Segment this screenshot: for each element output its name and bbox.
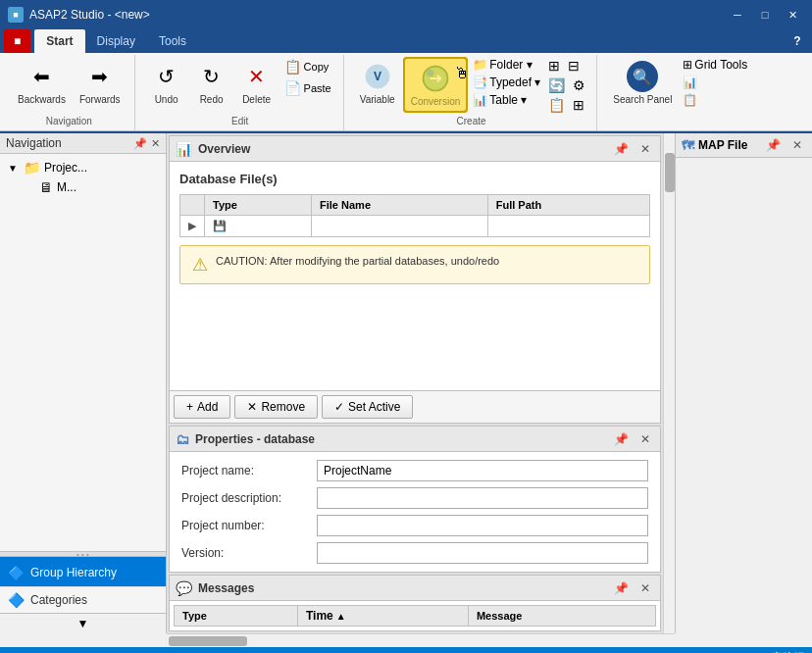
extra-btn-5[interactable]: 📋 — [545, 96, 568, 114]
scroll-down-icon: ▼ — [77, 617, 89, 630]
horizontal-scrollbar[interactable] — [167, 633, 675, 647]
msg-col-time[interactable]: Time ▲ — [298, 606, 469, 627]
paste-icon: 📄 — [284, 80, 301, 96]
col-type-header: Type — [205, 195, 312, 216]
overview-pin-btn[interactable]: 📌 — [610, 140, 633, 158]
table-button[interactable]: 📊 Table ▾ — [470, 92, 543, 108]
project-number-input[interactable] — [317, 515, 648, 536]
search-panel-button[interactable]: 🔍 Search Panel — [607, 57, 678, 109]
remove-button[interactable]: ✕ Remove — [234, 395, 318, 419]
copy-icon: 📋 — [284, 59, 301, 75]
tree-item-project[interactable]: ▼ 📁 Projec... — [4, 158, 162, 177]
redo-button[interactable]: ↻ Redo — [190, 57, 233, 109]
redo-icon: ↻ — [196, 61, 228, 92]
typedef-icon: 📑 — [473, 75, 487, 89]
typedef-button[interactable]: 📑 Typedef ▾ — [470, 75, 543, 90]
nav-pin-icon[interactable]: 📌 — [133, 137, 147, 150]
project-description-input[interactable] — [317, 487, 648, 509]
group-hierarchy-tab[interactable]: 🔷 Group Hierarchy — [0, 559, 166, 586]
undo-button[interactable]: ↺ Undo — [145, 57, 188, 109]
messages-close-btn[interactable]: ✕ — [636, 579, 654, 597]
sidebar-bottom: 🔷 Group Hierarchy 🔷 Categories ▼ — [0, 557, 166, 633]
forwards-label: Forwards — [79, 94, 121, 105]
extra-btn-4[interactable]: ⚙ — [570, 76, 588, 94]
map-file-content — [676, 158, 812, 633]
categories-item[interactable]: 🔷 Categories — [0, 586, 166, 613]
grid-tool-3[interactable]: 📋 — [680, 92, 750, 108]
prop-row-number: Project number: — [181, 515, 648, 536]
grid-tool-2[interactable]: 📊 — [680, 75, 750, 90]
app-menu-button[interactable]: ■ — [4, 29, 30, 53]
tab-display[interactable]: Display — [85, 29, 147, 53]
help-button[interactable]: ? — [787, 30, 808, 52]
maximize-button[interactable]: □ — [753, 5, 777, 25]
grid-icon-3: 📋 — [683, 93, 697, 107]
props-close-btn[interactable]: ✕ — [636, 430, 654, 448]
tree-item-m[interactable]: 🖥 M... — [20, 177, 162, 197]
project-label: Projec... — [44, 161, 87, 175]
create-right-col: 📁 Folder ▾ 📑 Typedef ▾ 📊 Table ▾ — [470, 57, 543, 108]
add-button[interactable]: + Add — [174, 395, 230, 419]
backwards-label: Backwards — [18, 94, 66, 105]
table-row[interactable]: ▶ 💾 — [180, 216, 650, 237]
messages-pin-btn[interactable]: 📌 — [610, 579, 633, 597]
folder-label: Folder ▾ — [489, 58, 532, 72]
sidebar-scroll-down[interactable]: ▼ — [0, 613, 166, 633]
variable-button[interactable]: V Variable — [354, 57, 401, 109]
messages-table: Type Time ▲ Message — [174, 605, 656, 627]
tab-tools[interactable]: Tools — [147, 29, 198, 53]
props-pin-btn[interactable]: 📌 — [610, 430, 633, 448]
overview-scrollbar[interactable] — [663, 133, 675, 633]
delete-icon: ✕ — [241, 61, 273, 92]
typedef-label: Typedef ▾ — [489, 75, 540, 89]
nav-panel-icons: 📌 ✕ — [133, 137, 160, 150]
set-active-button[interactable]: ✓ Set Active — [322, 395, 413, 419]
forwards-button[interactable]: ➡ Forwards — [74, 57, 127, 109]
overview-close-btn[interactable]: ✕ — [636, 140, 654, 158]
overview-content: Database File(s) Type File Name Full Pat… — [170, 162, 660, 390]
conversion-label: Conversion — [411, 96, 461, 107]
backwards-button[interactable]: ⬅ Backwards — [12, 57, 72, 109]
nav-close-icon[interactable]: ✕ — [151, 137, 160, 150]
extra-btn-3[interactable]: 🔄 — [545, 76, 568, 94]
db-files-table: Type File Name Full Path ▶ 💾 — [179, 194, 650, 237]
group-hierarchy-icon: 🔷 — [8, 565, 25, 580]
navigation-title: Navigation — [6, 136, 62, 150]
extra-btn-2[interactable]: ⊟ — [565, 57, 583, 75]
caution-icon: ⚠ — [192, 254, 208, 276]
messages-content: Type Time ▲ Message — [170, 601, 660, 630]
map-file-close-btn[interactable]: ✕ — [788, 136, 806, 154]
extra-btn-1[interactable]: ⊞ — [545, 57, 563, 75]
messages-actions: 📌 ✕ — [610, 579, 654, 597]
map-file-pin-btn[interactable]: 📌 — [762, 136, 785, 154]
properties-icon: 🗂 — [176, 431, 189, 447]
messages-title: 💬 Messages — [176, 580, 254, 596]
add-icon: + — [186, 400, 193, 414]
search-panel-label: Search Panel — [613, 94, 672, 105]
sort-asc-icon: ▲ — [336, 611, 346, 622]
close-button[interactable]: ✕ — [781, 5, 804, 25]
messages-header: 💬 Messages 📌 ✕ — [170, 576, 660, 601]
folder-button[interactable]: 📁 Folder ▾ — [470, 57, 543, 73]
filename-cell — [312, 216, 488, 237]
set-active-label: Set Active — [348, 400, 400, 414]
scrollbar-thumb[interactable] — [665, 153, 675, 192]
navigation-buttons: ⬅ Backwards ➡ Forwards — [12, 57, 127, 114]
grid-tool-1[interactable]: ⊞ Grid Tools — [680, 57, 750, 73]
version-input[interactable] — [317, 542, 648, 564]
grid-icon-2: 📊 — [683, 75, 697, 89]
left-sidebar: Navigation 📌 ✕ ▼ 📁 Projec... 🖥 M... — [0, 133, 167, 633]
copy-button[interactable]: 📋 Copy — [280, 57, 335, 76]
project-name-input[interactable] — [317, 460, 648, 481]
h-scrollbar-thumb[interactable] — [169, 636, 247, 646]
minimize-button[interactable]: ─ — [726, 5, 749, 25]
extra-btn-6[interactable]: ⊞ — [570, 96, 587, 114]
paste-button[interactable]: 📄 Paste — [280, 78, 335, 98]
undo-label: Undo — [155, 94, 178, 105]
conversion-button[interactable]: Conversion — [403, 57, 469, 113]
delete-button[interactable]: ✕ Delete — [235, 57, 279, 109]
ribbon-group-search: 🔍 Search Panel ⊞ Grid Tools 📊 📋 — [599, 55, 758, 130]
tab-start[interactable]: Start — [34, 29, 84, 53]
copy-label: Copy — [304, 61, 330, 73]
title-bar-controls: ─ □ ✕ — [726, 5, 804, 25]
